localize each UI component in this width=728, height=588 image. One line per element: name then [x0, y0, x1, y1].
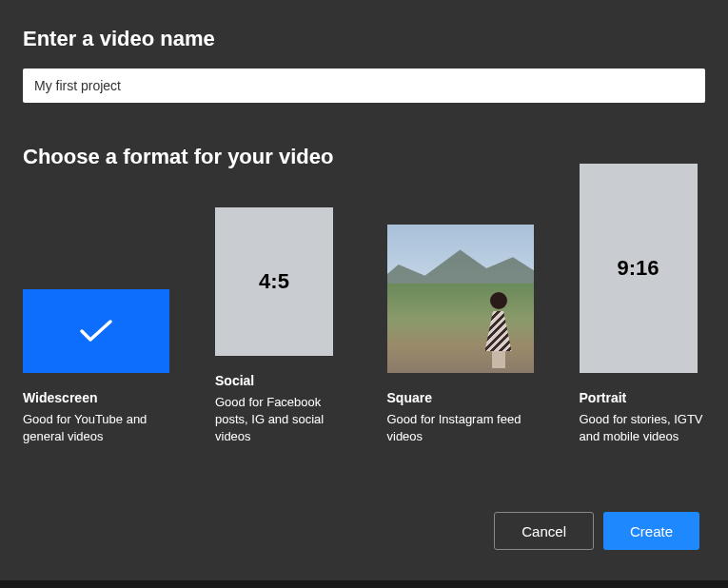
portrait-ratio-text: 9:16	[617, 256, 659, 281]
social-label: Social	[215, 373, 342, 388]
format-option-portrait[interactable]: 9:16 Portrait Good for stories, IGTV and…	[580, 164, 706, 445]
format-option-widescreen[interactable]: Widescreen Good for YouTube and general …	[23, 289, 169, 445]
create-button[interactable]: Create	[603, 512, 699, 550]
cancel-button[interactable]: Cancel	[494, 512, 594, 550]
social-ratio-text: 4:5	[259, 269, 289, 294]
square-description: Good for Instagram feed videos	[387, 411, 534, 445]
widescreen-description: Good for YouTube and general videos	[23, 411, 169, 445]
format-option-social[interactable]: 4:5 Social Good for Facebook posts, IG a…	[215, 207, 342, 446]
dialog-title: Enter a video name	[23, 27, 705, 51]
video-name-input[interactable]	[23, 69, 705, 103]
format-option-square[interactable]: Square Good for Instagram feed videos	[387, 225, 534, 445]
portrait-description: Good for stories, IGTV and mobile videos	[580, 411, 706, 445]
square-preview-image	[387, 225, 534, 373]
social-description: Good for Facebook posts, IG and social v…	[215, 394, 342, 446]
square-label: Square	[387, 390, 534, 405]
square-thumbnail	[387, 225, 534, 373]
portrait-thumbnail: 9:16	[580, 164, 698, 373]
dialog-button-row: Cancel Create	[494, 512, 699, 550]
portrait-label: Portrait	[580, 390, 706, 405]
checkmark-icon	[77, 317, 115, 345]
widescreen-thumbnail	[23, 289, 169, 373]
format-options-row: Widescreen Good for YouTube and general …	[23, 164, 705, 445]
social-thumbnail: 4:5	[215, 207, 333, 356]
widescreen-label: Widescreen	[23, 390, 169, 405]
background-app-bar	[0, 580, 728, 588]
